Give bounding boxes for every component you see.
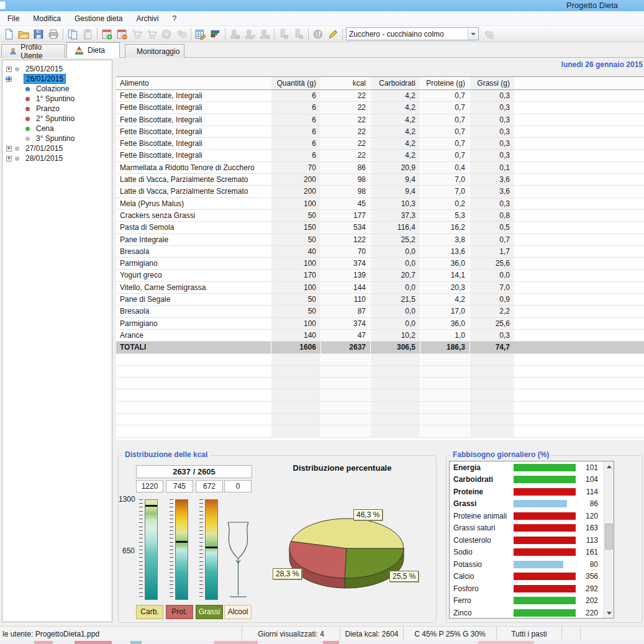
table-row[interactable]: Yogurt greco 170 139 20,7 14,1 0,0 [116, 270, 644, 281]
table-row[interactable]: Fette Biscottate, Integrali 6 22 4,2 0,7… [116, 150, 644, 161]
col-alimento[interactable]: Alimento [116, 77, 271, 89]
tree-item-label[interactable]: Cena [34, 124, 56, 133]
need-row[interactable]: Grassi 86 [450, 498, 614, 510]
add-favorite-icon[interactable] [481, 27, 496, 41]
table-row[interactable]: Fette Biscottate, Integrali 6 22 4,2 0,7… [116, 102, 644, 114]
needs-scrollbar[interactable] [604, 461, 614, 618]
tree-item-label[interactable]: Colazione [34, 84, 71, 93]
menu-gestione-dieta[interactable]: Gestione dieta [68, 12, 129, 25]
table-row[interactable]: Marmellata a Ridotto Tenore di Zucchero … [116, 162, 644, 174]
table-row[interactable]: Parmigiano 100 374 0,0 36,0 25,6 [116, 258, 644, 270]
table-row[interactable]: Vitello, Carne Semigrassa 100 144 0,0 20… [116, 282, 644, 294]
tree-item[interactable]: + 28/01/2015 [2, 153, 112, 163]
table-row[interactable]: Fette Biscottate, Integrali 6 22 4,2 0,7… [116, 126, 644, 138]
cart-export-icon[interactable] [144, 27, 159, 41]
edit-food-icon[interactable] [325, 27, 340, 41]
menu-modifica[interactable]: Modifica [27, 12, 67, 25]
tree-item-label[interactable]: 3° Spuntino [34, 134, 76, 143]
tree-item-label[interactable]: 1° Spuntino [34, 94, 76, 103]
tree-item-label[interactable]: 27/01/2015 [24, 144, 65, 153]
save-icon[interactable] [31, 27, 46, 41]
need-row[interactable]: Zinco 220 [450, 607, 614, 619]
chevron-down-icon[interactable] [468, 28, 478, 40]
table-row[interactable]: Pane Integrale 50 122 25,2 3,8 0,7 [116, 234, 644, 246]
tree-item[interactable]: 2° Spuntino [2, 114, 112, 124]
need-row[interactable]: Ferro 202 [450, 595, 614, 607]
expand-toggle-icon[interactable]: + [6, 146, 12, 152]
scroll-down-icon[interactable] [604, 608, 614, 618]
tree-item[interactable]: 3° Spuntino [2, 134, 112, 143]
table-row[interactable]: Fette Biscottate, Integrali 6 22 4,2 0,7… [116, 90, 644, 102]
tree-item[interactable]: + 25/01/2015 [2, 64, 112, 74]
col-proteine[interactable]: Proteine (g) [420, 77, 469, 89]
food-combobox[interactable]: Zucchero - cucchiaino colmo [346, 27, 479, 40]
tree-item-label[interactable]: Pranzo [34, 104, 61, 113]
tab-profilo-utente[interactable]: Profilo Utente [1, 44, 65, 58]
tree-item[interactable]: Cena [2, 124, 112, 134]
tab-dieta[interactable]: Dieta [66, 42, 120, 58]
need-row[interactable]: Grassi saturi 163 [450, 522, 614, 535]
need-row[interactable]: Sodio 161 [450, 546, 614, 559]
tree-item[interactable]: + 27/01/2015 [2, 143, 112, 153]
need-row[interactable]: Proteine animali 120 [450, 510, 614, 522]
table-row[interactable]: Crackers senza Grassi 50 177 37,3 5,3 0,… [116, 210, 644, 222]
menu-file[interactable]: File [1, 12, 25, 25]
table-row[interactable]: Pasta di Semola 150 534 116,4 16,2 0,5 [116, 222, 644, 234]
need-row[interactable]: Carboidrati 104 [450, 474, 614, 486]
menu-help[interactable]: ? [166, 12, 183, 25]
tree-item-label[interactable]: 28/01/2015 [24, 154, 65, 163]
col-quantita[interactable]: Quantità (g) [271, 77, 320, 89]
table-row[interactable]: Bresaola 40 70 0,0 13,6 1,7 [116, 246, 644, 258]
remove-user-icon[interactable] [257, 27, 272, 41]
cart-icon[interactable] [129, 27, 144, 41]
scrollbar-thumb[interactable] [605, 524, 613, 550]
need-row[interactable]: Energia 101 [450, 461, 614, 474]
tree-item[interactable]: - ➔ 26/01/2015 [2, 74, 112, 84]
print-icon[interactable] [46, 27, 61, 41]
table-row[interactable]: Arance 140 47 10,2 1,0 0,3 [116, 330, 644, 342]
add-day-icon[interactable] [99, 27, 114, 41]
tree-item-label[interactable]: 2° Spuntino [34, 114, 76, 123]
table-row[interactable]: Pane di Segale 50 110 21,5 4,2 0,9 [116, 294, 644, 306]
col-carboidrati[interactable]: Carboidrati ... [370, 77, 420, 89]
add-measure-icon[interactable] [276, 27, 291, 41]
table-row[interactable]: Mela (Pyrus Malus) 100 45 10,3 0,2 0,3 [116, 198, 644, 210]
edit-diet-icon[interactable] [193, 27, 208, 41]
col-kcal[interactable]: kcal [320, 77, 370, 89]
need-row[interactable]: Colesterolo 113 [450, 534, 614, 546]
need-row[interactable]: Proteine 114 [450, 486, 614, 498]
tree-item[interactable]: Colazione [2, 84, 112, 94]
tree-item[interactable]: 1° Spuntino [2, 94, 112, 104]
need-row[interactable]: Potassio 80 [450, 558, 614, 571]
table-row[interactable]: Bresaola 50 87 0,0 17,0 2,2 [116, 306, 644, 317]
menu-archivi[interactable]: Archivi [130, 12, 165, 25]
tree-item-label[interactable]: 26/01/2015 [24, 74, 66, 84]
add-user-icon[interactable] [227, 27, 242, 41]
remove-measure-icon[interactable] [291, 27, 306, 41]
archive-icon[interactable] [174, 27, 189, 41]
tab-bar: Profilo Utente Dieta Monitoraggio [0, 42, 644, 58]
tree-item-label[interactable]: 25/01/2015 [24, 65, 65, 73]
new-file-icon[interactable] [1, 27, 16, 41]
expand-toggle-icon[interactable]: + [6, 156, 12, 161]
scroll-up-icon[interactable] [604, 461, 614, 471]
remove-day-icon[interactable] [114, 27, 129, 41]
table-row[interactable]: Latte di Vacca, Parzialmente Scremato 20… [116, 174, 644, 186]
table-row[interactable]: Fette Biscottate, Integrali 6 22 4,2 0,7… [116, 114, 644, 126]
col-grassi[interactable]: Grassi (g) [469, 77, 514, 89]
table-row[interactable]: Fette Biscottate, Integrali 6 22 4,2 0,7… [116, 138, 644, 150]
need-row[interactable]: Calcio 356 [450, 571, 614, 583]
disc-icon[interactable] [159, 27, 174, 41]
open-file-icon[interactable] [16, 27, 31, 41]
edit-user-icon[interactable] [242, 27, 257, 41]
food-icon[interactable] [311, 27, 325, 41]
tab-monitoraggio[interactable]: Monitoraggio [125, 44, 184, 58]
tree-item[interactable]: Pranzo [2, 104, 112, 114]
copy-icon[interactable] [65, 27, 80, 41]
table-row[interactable]: Parmigiano 100 374 0,0 36,0 25,6 [116, 318, 644, 330]
expand-toggle-icon[interactable]: + [6, 66, 12, 72]
need-row[interactable]: Fosforo 292 [450, 583, 614, 595]
stats-icon[interactable] [208, 27, 223, 41]
table-row[interactable]: Latte di Vacca, Parzialmente Scremato 20… [116, 186, 644, 197]
paste-icon[interactable] [80, 27, 95, 41]
